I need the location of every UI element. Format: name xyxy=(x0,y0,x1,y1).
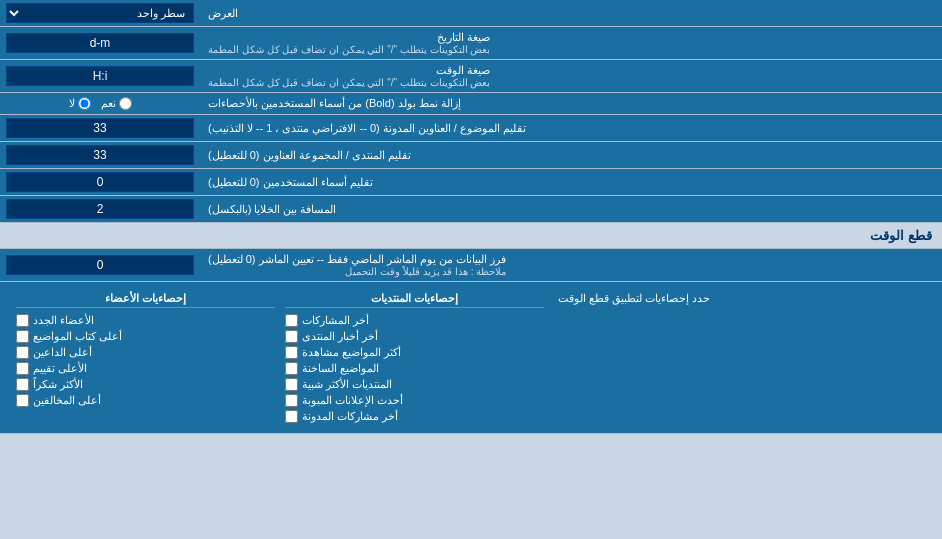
usernames-trim-input[interactable] xyxy=(6,172,194,192)
topics-trim-row: تقليم الموضوع / العناوين المدونة (0 -- ا… xyxy=(0,115,942,142)
forum-trim-row: تقليم المنتدى / المجموعة العناوين (0 للت… xyxy=(0,142,942,169)
col1-item-5: الأكثر شكراً xyxy=(16,378,275,391)
time-filter-row: فرز البيانات من يوم الماشر الماضي فقط --… xyxy=(0,249,942,282)
time-format-input[interactable] xyxy=(6,66,194,86)
bold-remove-row: إزالة نمط بولد (Bold) من أسماء المستخدمي… xyxy=(0,93,942,115)
col1-item-6: أعلى المخالفين xyxy=(16,394,275,407)
cell-space-input[interactable] xyxy=(6,199,194,219)
col1-item-3: أعلى الداعين xyxy=(16,346,275,359)
time-filter-input[interactable] xyxy=(6,255,194,275)
topics-trim-input[interactable] xyxy=(6,118,194,138)
col2-cb-5[interactable] xyxy=(285,378,298,391)
time-filter-label: فرز البيانات من يوم الماشر الماضي فقط --… xyxy=(200,249,942,281)
time-format-row: صيغة الوقت بعض التكوينات يتطلب "/" التي … xyxy=(0,60,942,93)
time-format-label: صيغة الوقت بعض التكوينات يتطلب "/" التي … xyxy=(200,60,942,92)
stats-section-label: حدد إحصاءيات لتطبيق قطع الوقت xyxy=(558,292,710,305)
stats-checkbox-section: حدد إحصاءيات لتطبيق قطع الوقت إحصاءيات ا… xyxy=(0,282,942,434)
bold-yes-label[interactable]: نعم xyxy=(101,97,132,110)
col1-cb-2[interactable] xyxy=(16,330,29,343)
bold-remove-options: نعم لا xyxy=(0,93,200,114)
bold-yes-text: نعم xyxy=(101,97,116,110)
time-format-input-wrapper[interactable] xyxy=(0,60,200,92)
col2-cb-7[interactable] xyxy=(285,410,298,423)
display-select[interactable]: سطر واحد سطرين ثلاثة أسطر xyxy=(6,3,194,23)
display-dropdown-wrapper[interactable]: سطر واحد سطرين ثلاثة أسطر xyxy=(0,0,200,26)
forum-trim-input-wrapper[interactable] xyxy=(0,142,200,168)
col2-cb-6[interactable] xyxy=(285,394,298,407)
display-row: العرض سطر واحد سطرين ثلاثة أسطر xyxy=(0,0,942,27)
col2-item-5: المنتديات الأكثر شبية xyxy=(285,378,544,391)
col1-cb-4[interactable] xyxy=(16,362,29,375)
col1-cb-1[interactable] xyxy=(16,314,29,327)
forum-trim-label: تقليم المنتدى / المجموعة العناوين (0 للت… xyxy=(200,142,942,168)
col2-cb-3[interactable] xyxy=(285,346,298,359)
bold-no-label[interactable]: لا xyxy=(69,97,91,110)
bold-yes-radio[interactable] xyxy=(119,97,132,110)
col1-header: إحصاءيات الأعضاء xyxy=(16,292,275,308)
cell-space-row: المسافة بين الخلايا (بالبكسل) xyxy=(0,196,942,223)
forum-trim-input[interactable] xyxy=(6,145,194,165)
col1-item-1: الأعضاء الجدد xyxy=(16,314,275,327)
date-format-input[interactable] xyxy=(6,33,194,53)
bold-remove-label: إزالة نمط بولد (Bold) من أسماء المستخدمي… xyxy=(200,93,942,114)
cell-space-input-wrapper[interactable] xyxy=(0,196,200,222)
col2-cb-4[interactable] xyxy=(285,362,298,375)
usernames-trim-label: تقليم أسماء المستخدمين (0 للتعطيل) xyxy=(200,169,942,195)
usernames-trim-input-wrapper[interactable] xyxy=(0,169,200,195)
col2-item-2: أخر أخبار المنتدى xyxy=(285,330,544,343)
col2-stats: إحصاءيات المنتديات أخر المشاركات أخر أخب… xyxy=(285,292,544,423)
col2-item-6: أحدث الإعلانات المبوبة xyxy=(285,394,544,407)
col2-item-7: أخر مشاركات المدونة xyxy=(285,410,544,423)
display-label: العرض xyxy=(200,0,942,26)
col1-item-2: أعلى كتاب المواضيع xyxy=(16,330,275,343)
cell-space-label: المسافة بين الخلايا (بالبكسل) xyxy=(200,196,942,222)
col1-cb-5[interactable] xyxy=(16,378,29,391)
topics-trim-label: تقليم الموضوع / العناوين المدونة (0 -- ا… xyxy=(200,115,942,141)
main-container: العرض سطر واحد سطرين ثلاثة أسطر صيغة الت… xyxy=(0,0,942,434)
col1-cb-6[interactable] xyxy=(16,394,29,407)
col2-header: إحصاءيات المنتديات xyxy=(285,292,544,308)
col2-item-1: أخر المشاركات xyxy=(285,314,544,327)
date-format-row: صيغة التاريخ بعض التكوينات يتطلب "/" الت… xyxy=(0,27,942,60)
col2-cb-2[interactable] xyxy=(285,330,298,343)
col2-cb-1[interactable] xyxy=(285,314,298,327)
date-format-input-wrapper[interactable] xyxy=(0,27,200,59)
bold-no-text: لا xyxy=(69,97,75,110)
topics-trim-input-wrapper[interactable] xyxy=(0,115,200,141)
bold-no-radio[interactable] xyxy=(78,97,91,110)
date-format-label: صيغة التاريخ بعض التكوينات يتطلب "/" الت… xyxy=(200,27,942,59)
col2-item-3: أكثر المواضيع مشاهدة xyxy=(285,346,544,359)
col2-item-4: المواضيع الساخنة xyxy=(285,362,544,375)
usernames-trim-row: تقليم أسماء المستخدمين (0 للتعطيل) xyxy=(0,169,942,196)
col1-cb-3[interactable] xyxy=(16,346,29,359)
time-section-header: قطع الوقت xyxy=(0,223,942,249)
col1-item-4: الأعلى تقييم xyxy=(16,362,275,375)
col1-stats: إحصاءيات الأعضاء الأعضاء الجدد أعلى كتاب… xyxy=(16,292,275,423)
time-filter-input-wrapper[interactable] xyxy=(0,249,200,281)
